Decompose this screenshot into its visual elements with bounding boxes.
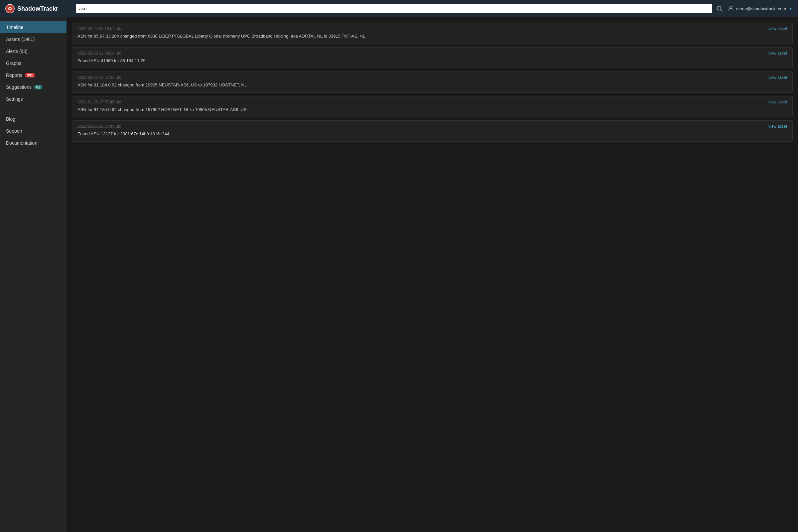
sidebar-item-suggestions-label: Suggestions — [6, 84, 32, 90]
sidebar-item-timeline-label: Timeline — [6, 25, 23, 30]
sidebar-item-blog-label: Blog — [6, 116, 15, 122]
sidebar-item-suggestions[interactable]: Suggestions 82 — [0, 81, 66, 93]
search-icon — [716, 5, 723, 12]
sidebar-item-assets-label: Assets (1981) — [6, 37, 35, 42]
timeline-item-header: 2021-02-20 22:08:14 utc view asset — [77, 51, 787, 56]
topbar: ShadowTrackr demo@shadowtrackr.com ▼ — [0, 0, 798, 17]
sidebar-item-reports-label: Reports — [6, 73, 22, 78]
timeline-body: ASN for 91.184.0.62 changed from 19905 N… — [77, 82, 787, 89]
view-asset-link[interactable]: view asset — [768, 75, 787, 80]
timeline-timestamp: 2021-01-29 17:57:46 utc — [77, 100, 121, 104]
timeline-list: 2021-02-24 08:19:54 utc view asset ASN f… — [72, 23, 793, 141]
sidebar-item-documentation[interactable]: Documentation — [0, 137, 66, 149]
sidebar-item-blog[interactable]: Blog — [0, 113, 66, 125]
logo-icon — [5, 4, 15, 13]
sidebar-item-graphs-label: Graphs — [6, 60, 21, 66]
view-asset-link[interactable]: view asset — [768, 100, 787, 104]
logo-text: ShadowTrackr — [17, 5, 58, 12]
sidebar-item-timeline[interactable]: Timeline — [0, 21, 66, 33]
search-input[interactable] — [76, 4, 712, 13]
timeline-item-header: 2021-01-25 20:37:48 utc view asset — [77, 124, 787, 129]
sidebar-item-alerts-label: Alerts (83) — [6, 49, 27, 54]
timeline-body: Found ASN 13127 for 2001:67c:14b0:1816::… — [77, 131, 787, 137]
search-button[interactable] — [715, 4, 724, 13]
timeline-body: ASN for 95.97.33.204 changed from 6830 L… — [77, 33, 787, 40]
timeline-timestamp: 2021-02-03 18:07:38 utc — [77, 75, 121, 80]
timeline-item: 2021-02-20 22:08:14 utc view asset Found… — [72, 47, 793, 69]
sidebar-item-documentation-label: Documentation — [6, 140, 37, 146]
user-icon — [728, 6, 734, 12]
svg-point-3 — [9, 8, 11, 10]
timeline-item: 2021-01-29 17:57:46 utc view asset ASN f… — [72, 96, 793, 117]
sidebar-item-graphs[interactable]: Graphs — [0, 57, 66, 69]
timeline-item: 2021-01-25 20:37:48 utc view asset Found… — [72, 120, 793, 141]
timeline-timestamp: 2021-01-25 20:37:48 utc — [77, 124, 121, 129]
dropdown-arrow-icon: ▼ — [789, 6, 793, 11]
suggestions-badge: 82 — [34, 85, 42, 90]
timeline-item: 2021-02-24 08:19:54 utc view asset ASN f… — [72, 23, 793, 44]
sidebar-item-support[interactable]: Support — [0, 125, 66, 137]
timeline-body: Found ASN 41960 for 85.184.11.29 — [77, 58, 787, 64]
sidebar-item-settings[interactable]: Settings — [0, 93, 66, 105]
search-area — [76, 4, 724, 13]
user-menu[interactable]: demo@shadowtrackr.com ▼ — [728, 6, 793, 12]
timeline-item: 2021-02-03 18:07:38 utc view asset ASN f… — [72, 72, 793, 93]
view-asset-link[interactable]: view asset — [768, 26, 787, 31]
view-asset-link[interactable]: view asset — [768, 51, 787, 56]
sidebar: Timeline Assets (1981) Alerts (83) Graph… — [0, 17, 66, 532]
timeline-item-header: 2021-02-03 18:07:38 utc view asset — [77, 75, 787, 80]
user-email: demo@shadowtrackr.com — [736, 6, 786, 11]
sidebar-gap — [0, 105, 66, 113]
timeline-item-header: 2021-01-29 17:57:46 utc view asset — [77, 100, 787, 104]
sidebar-item-support-label: Support — [6, 128, 22, 134]
sidebar-item-alerts[interactable]: Alerts (83) — [0, 45, 66, 57]
sidebar-item-reports[interactable]: Reports 391 — [0, 69, 66, 81]
timeline-item-header: 2021-02-24 08:19:54 utc view asset — [77, 26, 787, 31]
timeline-timestamp: 2021-02-24 08:19:54 utc — [77, 26, 121, 31]
sidebar-item-settings-label: Settings — [6, 96, 23, 102]
main-content: 2021-02-24 08:19:54 utc view asset ASN f… — [66, 17, 798, 532]
layout: Timeline Assets (1981) Alerts (83) Graph… — [0, 17, 798, 532]
timeline-body: ASN for 91.184.0.62 changed from 197902 … — [77, 107, 787, 113]
logo: ShadowTrackr — [5, 4, 72, 13]
view-asset-link[interactable]: view asset — [768, 124, 787, 129]
svg-line-5 — [721, 10, 722, 11]
timeline-timestamp: 2021-02-20 22:08:14 utc — [77, 51, 121, 56]
sidebar-item-assets[interactable]: Assets (1981) — [0, 33, 66, 45]
reports-badge: 391 — [25, 73, 35, 77]
